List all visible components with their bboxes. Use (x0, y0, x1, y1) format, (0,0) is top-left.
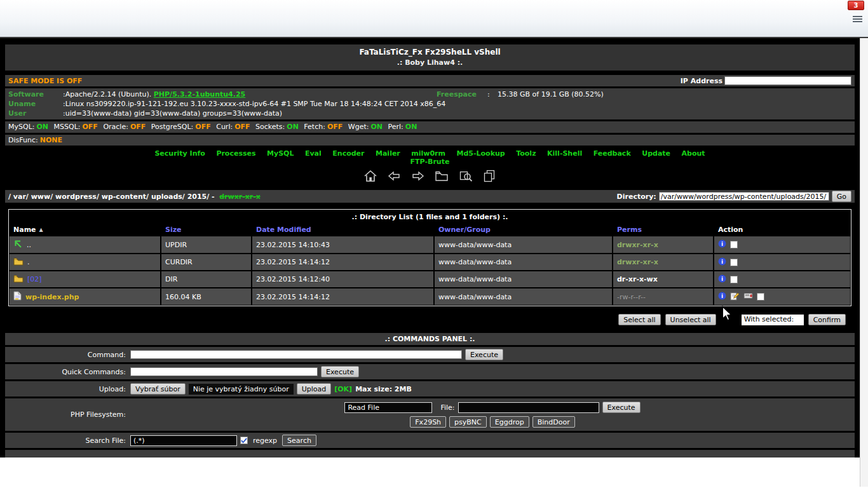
upload-row: Upload: Vybrať súbor Nie je vybratý žiad… (5, 381, 855, 396)
directory-input[interactable] (659, 192, 829, 201)
php-filesystem-label: PHP Filesystem: (5, 410, 130, 419)
owner-cell: www-data/www-data (435, 271, 612, 287)
upload-button[interactable]: Upload (297, 383, 332, 395)
scrollbar[interactable] (860, 38, 868, 487)
feature-name: MSSQL: (54, 123, 81, 131)
menu-item-update[interactable]: Update (642, 149, 670, 158)
menu-item-toolz[interactable]: Toolz (516, 149, 536, 158)
command-execute-button[interactable]: Execute (465, 349, 503, 360)
dir-entry-name[interactable]: . (27, 258, 30, 266)
dir-entry-name[interactable]: .. (27, 241, 31, 249)
file-icon (13, 291, 22, 302)
empty-band (5, 450, 855, 458)
uname-value: :Linux ns3099220.ip-91-121-192.eu 3.10.2… (63, 99, 445, 109)
file-entry-name[interactable]: wp-index.php (25, 293, 79, 301)
size-cell: 160.04 KB (161, 288, 251, 305)
feature-state: OFF (130, 123, 146, 131)
go-button[interactable]: Go (832, 191, 851, 202)
sort-asc-icon[interactable]: ▲ (39, 227, 43, 233)
edit-icon[interactable] (730, 292, 740, 302)
psybnc-button[interactable]: psyBNC (449, 416, 487, 428)
perms-cell[interactable]: drwxr-xr-x (617, 241, 658, 249)
menu-item-mysql[interactable]: MySQL (267, 149, 294, 158)
search-file-label: Search File: (5, 437, 130, 445)
perms-cell[interactable]: drwxr-xr-x (617, 258, 658, 266)
owner-cell: www-data/www-data (435, 254, 612, 270)
info-icon[interactable]: i (718, 240, 726, 250)
menu-item-about[interactable]: About (682, 149, 705, 158)
menu-item-milw0rm[interactable]: milw0rm (411, 149, 445, 158)
back-arrow-icon[interactable] (387, 169, 401, 185)
freespace-value: 15.38 GB of 19.1 GB (80.52%) (498, 90, 604, 118)
row-checkbox[interactable] (730, 259, 738, 266)
copy-icon[interactable] (482, 169, 496, 185)
column-header-name[interactable]: Name▲ (10, 224, 160, 235)
search-button[interactable]: Search (282, 435, 316, 446)
updir-icon[interactable] (13, 239, 23, 250)
quick-commands-input[interactable] (130, 367, 318, 376)
info-icon[interactable]: i (718, 292, 726, 302)
row-checkbox[interactable] (757, 293, 764, 301)
home-icon[interactable] (363, 169, 377, 185)
date-cell: 23.02.2015 14:14:12 (252, 288, 433, 305)
menu-item-processes[interactable]: Processes (216, 149, 255, 158)
info-icon[interactable]: i (718, 257, 726, 268)
notification-badge[interactable]: 3 (848, 1, 864, 10)
menu-item-eval[interactable]: Eval (305, 149, 322, 158)
user-value: :uid=33(www-data) gid=33(www-data) group… (63, 109, 282, 118)
column-header-perms[interactable]: Perms (613, 224, 713, 235)
php-version-link[interactable]: PHP/5.3.2-1ubuntu4.25 (154, 90, 245, 98)
ip-address-input[interactable] (724, 76, 851, 85)
table-row: wp-index.php (10, 288, 160, 305)
select-all-button[interactable]: Select all (618, 314, 660, 325)
freespace-colon: : (487, 90, 498, 118)
fx29sh-button[interactable]: Fx29Sh (410, 416, 446, 428)
freespace-info: Freespace : 15.38 GB of 19.1 GB (80.52%) (437, 90, 604, 118)
forward-arrow-icon[interactable] (411, 169, 425, 185)
menu-item-encoder[interactable]: Encoder (332, 149, 364, 158)
menu-item-security-info[interactable]: Security Info (154, 149, 205, 158)
command-input[interactable] (130, 350, 462, 359)
column-header-date[interactable]: Date Modified (252, 224, 433, 235)
info-icon[interactable]: i (718, 274, 726, 285)
binddoor-button[interactable]: BindDoor (532, 416, 575, 428)
quick-execute-button[interactable]: Execute (321, 366, 359, 377)
shell-title-band: FaTaLisTiCz_Fx Fx29SheLL vShell .: Boby … (5, 44, 855, 71)
confirm-button[interactable]: Confirm (808, 314, 846, 325)
column-header-size[interactable]: Size (161, 224, 251, 235)
fs-execute-button[interactable]: Execute (602, 402, 641, 413)
dir-entry-name[interactable]: [02] (27, 275, 42, 283)
search-icon[interactable] (459, 169, 473, 185)
max-size-text: Max size: 2MB (355, 385, 412, 393)
breadcrumb-path[interactable]: / var/ www/ wordpress/ wp-content/ uploa… (8, 193, 215, 201)
choose-file-button[interactable]: Vybrať súbor (130, 383, 186, 395)
feature-name: Perl: (388, 123, 403, 131)
freespace-label: Freespace (437, 90, 487, 118)
regexp-checkbox[interactable] (240, 437, 248, 444)
menu-item-mailer[interactable]: Mailer (376, 149, 400, 158)
menu-item-feedback[interactable]: Feedback (593, 149, 631, 158)
unselect-all-button[interactable]: Unselect all (665, 314, 716, 325)
eggdrop-button[interactable]: Eggdrop (490, 416, 529, 428)
fs-file-input[interactable] (458, 402, 599, 413)
menu-item-md5-lookup[interactable]: Md5-Lookup (457, 149, 505, 158)
search-file-input[interactable] (130, 435, 237, 446)
browser-chrome: 3 (0, 0, 868, 38)
download-icon[interactable] (743, 292, 753, 302)
row-checkbox[interactable] (730, 241, 738, 248)
perms-cell[interactable]: -rw-r--r-- (617, 293, 646, 301)
disfunc-value: NONE (40, 136, 62, 144)
menu-item-kill-shell[interactable]: Kill-Shell (547, 149, 582, 158)
shell-page: FaTaLisTiCz_Fx Fx29SheLL vShell .: Boby … (0, 38, 860, 487)
column-header-owner[interactable]: Owner/Group (435, 224, 612, 235)
upload-ok-badge: [OK] (334, 385, 352, 393)
fs-mode-select[interactable]: Read File (344, 402, 432, 413)
menu-item-ftp-brute[interactable]: FTP-Brute (410, 158, 450, 166)
with-selected-select[interactable]: With selected: (742, 315, 804, 325)
new-folder-icon[interactable] (435, 169, 449, 185)
navigation-toolbar (5, 169, 855, 186)
hamburger-menu-icon[interactable] (853, 15, 862, 24)
feature-name: Sockets: (255, 123, 285, 131)
row-checkbox[interactable] (730, 276, 738, 283)
perms-cell[interactable]: dr-xr-x-wx (617, 275, 658, 283)
